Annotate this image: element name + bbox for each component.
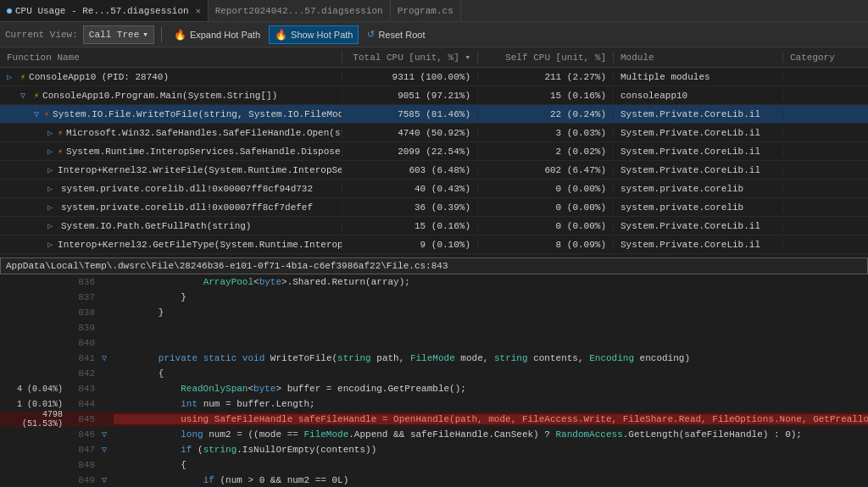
row-total-cpu: 2099 (22.54%) — [342, 147, 478, 157]
tab-bar: CPU Usage - Re...57.diagsession ✕ Report… — [0, 0, 868, 22]
col-header-module: Module — [614, 53, 783, 63]
code-content: } — [114, 307, 868, 318]
line-indicator[interactable]: ▽ — [102, 429, 114, 440]
row-module: system.private.corelib — [614, 184, 783, 194]
line-number: 842 — [68, 368, 102, 379]
line-number: 846 — [68, 429, 102, 440]
row-self-cpu: 15 (0.16%) — [478, 91, 614, 101]
expand-icon[interactable]: ▷ — [47, 202, 56, 213]
row-self-cpu: 0 (0.00%) — [478, 184, 614, 194]
row-module: System.Private.CoreLib.il — [614, 165, 783, 175]
code-line: 836 ArrayPool<byte>.Shared.Return(array)… — [0, 274, 868, 290]
col-header-total: Total CPU [unit, %] ▾ — [342, 52, 478, 63]
code-content: ArrayPool<byte>.Shared.Return(array); — [114, 277, 868, 287]
table-row[interactable]: ▷ Interop+Kernel32.GetFileType(System.Ru… — [0, 235, 868, 254]
row-function-name: ▷ ⚡ Microsoft.Win32.SafeHandles.SafeFile… — [0, 128, 342, 138]
tab-close-1[interactable]: ✕ — [196, 6, 201, 16]
row-module: System.Private.CoreLib.il — [614, 147, 783, 157]
expand-icon[interactable]: ▽ — [34, 109, 39, 119]
tab-dot — [7, 8, 12, 14]
table-row[interactable]: ▷ system.private.corelib.dll!0x00007ff8c… — [0, 180, 868, 198]
line-metrics: 1 (0.01%) — [0, 400, 68, 409]
node-icon: ⚡ — [58, 128, 63, 138]
code-line: 4798 (51.53%) 845 using SafeFileHandle s… — [0, 412, 868, 427]
expand-icon[interactable]: ▽ — [20, 91, 29, 101]
row-function-name: ▷ Interop+Kernel32.GetFileType(System.Ru… — [0, 240, 342, 250]
line-number: 844 — [68, 399, 102, 409]
sort-indicator: ▾ — [465, 53, 470, 63]
tab-program-cs[interactable]: Program.cs — [391, 0, 461, 21]
row-module: Multiple modules — [614, 72, 783, 82]
row-function-name: ▷ System.IO.Path.GetFullPath(string) — [0, 221, 342, 231]
expand-icon[interactable]: ▷ — [47, 184, 56, 194]
tab-label-2: Report2024042...57.diagsession — [215, 6, 383, 16]
path-tooltip-text: AppData\Local\Temp\.dwsrc\File\28246b36-… — [6, 261, 448, 271]
expand-icon[interactable]: ▷ — [47, 128, 53, 138]
col-header-name: Function Name — [0, 53, 342, 63]
expand-icon[interactable]: ▷ — [47, 221, 56, 231]
tab-diagsession-2[interactable]: Report2024042...57.diagsession — [209, 0, 391, 21]
show-hot-path-button[interactable]: 🔥 Show Hot Path — [269, 25, 359, 44]
current-view-value: Call Tree — [89, 30, 139, 40]
line-number: 841 — [68, 353, 102, 363]
row-total-cpu: 9051 (97.21%) — [342, 91, 478, 101]
table-row[interactable]: ▷ System.IO.Path.GetFullPath(string) 15 … — [0, 217, 868, 235]
show-hot-path-label: Show Hot Path — [291, 30, 353, 40]
code-panel[interactable]: 836 ArrayPool<byte>.Shared.Return(array)… — [0, 274, 868, 487]
code-line: 849 ▽ if (num > 0 && num2 == 0L) — [0, 473, 868, 487]
line-number: 839 — [68, 323, 102, 333]
row-total-cpu: 7585 (81.46%) — [342, 109, 478, 119]
code-content: if (num > 0 && num2 == 0L) — [114, 475, 868, 485]
code-content: int num = buffer.Length; — [114, 399, 868, 409]
line-metrics: 4 (0.04%) — [0, 385, 68, 394]
node-icon: ⚡ — [44, 109, 49, 119]
table-row[interactable]: ▽ ⚡ ConsoleApp10.Program.Main(System.Str… — [0, 86, 868, 105]
code-content: private static void WriteToFile(string p… — [114, 353, 868, 363]
line-number: 836 — [68, 277, 102, 287]
node-icon: ⚡ — [34, 91, 39, 101]
table-row[interactable]: ▽ ⚡ System.IO.File.WriteToFile(string, S… — [0, 105, 868, 124]
row-module: System.Private.CoreLib.il — [614, 109, 783, 119]
expand-icon[interactable]: ▷ — [47, 165, 53, 175]
line-number: 840 — [68, 338, 102, 348]
current-view-label: Current View: — [5, 30, 78, 40]
line-indicator[interactable]: ▽ — [102, 445, 114, 455]
col-header-self: Self CPU [unit, %] — [478, 53, 614, 63]
expand-icon[interactable]: ▷ — [47, 240, 53, 250]
row-self-cpu: 602 (6.47%) — [478, 165, 614, 175]
reset-root-button[interactable]: ↺ Reset Root — [362, 25, 430, 44]
node-icon: ⚡ — [58, 147, 63, 157]
code-line: 1 (0.01%) 844 int num = buffer.Length; — [0, 396, 868, 412]
row-self-cpu: 0 (0.00%) — [478, 202, 614, 213]
tab-label-3: Program.cs — [398, 6, 453, 16]
line-number: 845 — [68, 414, 102, 424]
chevron-down-icon: ▾ — [142, 29, 148, 40]
row-function-name: ▷ ⚡ System.Runtime.InteropServices.SafeH… — [0, 147, 342, 157]
tab-diagsession-1[interactable]: CPU Usage - Re...57.diagsession ✕ — [0, 0, 209, 21]
tab-label-1: CPU Usage - Re...57.diagsession — [15, 6, 189, 16]
table-row[interactable]: ▷ ⚡ ConsoleApp10 (PID: 28740) 9311 (100.… — [0, 68, 868, 86]
table-row[interactable]: ▷ system.private.corelib.dll!0x00007ff8c… — [0, 198, 868, 217]
code-line: 838 } — [0, 305, 868, 320]
table-row[interactable]: ▷ ⚡ Microsoft.Win32.SafeHandles.SafeFile… — [0, 124, 868, 142]
code-content: } — [114, 292, 868, 302]
expand-icon[interactable]: ▷ — [7, 72, 15, 82]
expand-icon[interactable]: ▷ — [47, 147, 53, 157]
code-content: using SafeFileHandle safeFileHandle = Op… — [114, 414, 868, 424]
row-module: system.private.corelib — [614, 202, 783, 213]
row-total-cpu: 9311 (100.00%) — [342, 72, 478, 82]
row-total-cpu: 9 (0.10%) — [342, 240, 478, 250]
table-row[interactable]: ▷ ⚡ System.Runtime.InteropServices.SafeH… — [0, 142, 868, 161]
flame-icon: 🔥 — [174, 29, 186, 41]
expand-hot-path-button[interactable]: 🔥 Expand Hot Path — [169, 25, 265, 44]
row-function-name: ▽ ⚡ System.IO.File.WriteToFile(string, S… — [0, 109, 342, 119]
line-metrics: 4798 (51.53%) — [0, 410, 68, 429]
table-row[interactable]: ▷ Interop+Kernel32.WriteFile(System.Runt… — [0, 161, 868, 180]
line-indicator[interactable]: ▽ — [102, 353, 114, 363]
row-module: System.Private.CoreLib.il — [614, 128, 783, 138]
current-view-dropdown[interactable]: Call Tree ▾ — [83, 25, 154, 44]
code-line: 837 } — [0, 290, 868, 305]
toolbar: Current View: Call Tree ▾ 🔥 Expand Hot P… — [0, 22, 868, 47]
line-indicator[interactable]: ▽ — [102, 475, 114, 485]
code-line: 846 ▽ long num2 = ((mode == FileMode.App… — [0, 427, 868, 442]
